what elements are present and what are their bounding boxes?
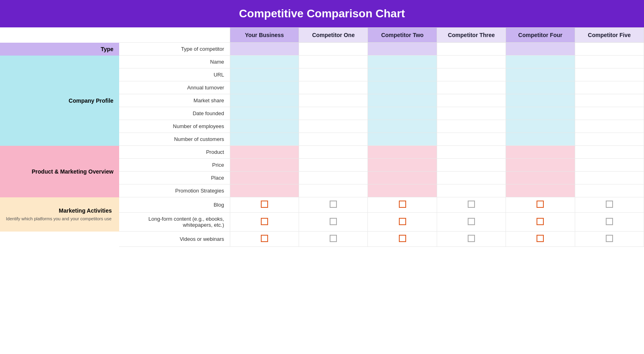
cell-customers-comp2[interactable] [368,133,437,146]
cell-blog-comp4[interactable] [506,197,575,213]
cell-price-comp1[interactable] [299,159,368,172]
cell-founded-your[interactable] [230,107,299,120]
checkbox-longform-comp5[interactable] [606,218,613,225]
cell-employees-comp2[interactable] [368,120,437,133]
cell-name-your[interactable] [230,56,299,68]
cell-blog-comp3[interactable] [437,197,506,213]
cell-promotion-your[interactable] [230,184,299,197]
cell-price-comp5[interactable] [575,159,644,172]
cell-url-comp5[interactable] [575,68,644,81]
checkbox-longform-comp1[interactable] [330,218,337,225]
cell-product-comp4[interactable] [506,146,575,159]
cell-product-comp2[interactable] [368,146,437,159]
cell-price-comp2[interactable] [368,159,437,172]
cell-type-comp2[interactable] [368,43,437,56]
cell-videos-comp4[interactable] [506,232,575,247]
cell-customers-comp4[interactable] [506,133,575,146]
cell-turnover-comp3[interactable] [437,81,506,94]
cell-name-comp3[interactable] [437,56,506,68]
checkbox-videos-comp2[interactable] [399,235,406,242]
cell-employees-comp3[interactable] [437,120,506,133]
cell-url-comp1[interactable] [299,68,368,81]
cell-type-comp3[interactable] [437,43,506,56]
cell-customers-comp1[interactable] [299,133,368,146]
cell-url-your[interactable] [230,68,299,81]
cell-url-comp4[interactable] [506,68,575,81]
cell-promotion-comp4[interactable] [506,184,575,197]
cell-longform-comp2[interactable] [368,213,437,232]
cell-videos-comp1[interactable] [299,232,368,247]
cell-founded-comp1[interactable] [299,107,368,120]
checkbox-blog-comp5[interactable] [606,201,613,208]
checkbox-longform-your[interactable] [261,218,268,225]
checkbox-videos-comp3[interactable] [468,235,475,242]
cell-employees-comp5[interactable] [575,120,644,133]
checkbox-videos-comp1[interactable] [330,235,337,242]
cell-place-comp4[interactable] [506,172,575,184]
cell-place-comp5[interactable] [575,172,644,184]
cell-type-your[interactable] [230,43,299,56]
cell-employees-comp1[interactable] [299,120,368,133]
cell-founded-comp5[interactable] [575,107,644,120]
cell-url-comp2[interactable] [368,68,437,81]
cell-name-comp2[interactable] [368,56,437,68]
cell-price-comp3[interactable] [437,159,506,172]
cell-longform-comp5[interactable] [575,213,644,232]
cell-blog-comp2[interactable] [368,197,437,213]
cell-place-comp1[interactable] [299,172,368,184]
cell-longform-your[interactable] [230,213,299,232]
cell-blog-comp5[interactable] [575,197,644,213]
checkbox-blog-comp4[interactable] [537,201,544,208]
cell-marketshare-comp2[interactable] [368,94,437,107]
cell-marketshare-comp1[interactable] [299,94,368,107]
cell-blog-comp1[interactable] [299,197,368,213]
cell-url-comp3[interactable] [437,68,506,81]
cell-blog-your[interactable] [230,197,299,213]
cell-turnover-comp2[interactable] [368,81,437,94]
cell-product-your[interactable] [230,146,299,159]
cell-marketshare-your[interactable] [230,94,299,107]
cell-name-comp1[interactable] [299,56,368,68]
cell-name-comp4[interactable] [506,56,575,68]
cell-type-comp1[interactable] [299,43,368,56]
cell-turnover-comp5[interactable] [575,81,644,94]
cell-employees-comp4[interactable] [506,120,575,133]
checkbox-videos-comp5[interactable] [606,235,613,242]
cell-videos-comp3[interactable] [437,232,506,247]
cell-longform-comp3[interactable] [437,213,506,232]
cell-promotion-comp5[interactable] [575,184,644,197]
cell-type-comp4[interactable] [506,43,575,56]
cell-place-comp3[interactable] [437,172,506,184]
cell-type-comp5[interactable] [575,43,644,56]
cell-product-comp5[interactable] [575,146,644,159]
cell-employees-your[interactable] [230,120,299,133]
cell-marketshare-comp4[interactable] [506,94,575,107]
checkbox-blog-your[interactable] [261,201,268,208]
cell-marketshare-comp3[interactable] [437,94,506,107]
cell-marketshare-comp5[interactable] [575,94,644,107]
cell-promotion-comp1[interactable] [299,184,368,197]
cell-videos-your[interactable] [230,232,299,247]
cell-longform-comp1[interactable] [299,213,368,232]
cell-customers-your[interactable] [230,133,299,146]
cell-product-comp3[interactable] [437,146,506,159]
checkbox-longform-comp2[interactable] [399,218,406,225]
cell-promotion-comp3[interactable] [437,184,506,197]
checkbox-longform-comp4[interactable] [537,218,544,225]
cell-customers-comp5[interactable] [575,133,644,146]
checkbox-blog-comp2[interactable] [399,201,406,208]
checkbox-longform-comp3[interactable] [468,218,475,225]
checkbox-blog-comp1[interactable] [330,201,337,208]
cell-price-comp4[interactable] [506,159,575,172]
cell-longform-comp4[interactable] [506,213,575,232]
cell-promotion-comp2[interactable] [368,184,437,197]
checkbox-videos-your[interactable] [261,235,268,242]
cell-place-comp2[interactable] [368,172,437,184]
cell-founded-comp4[interactable] [506,107,575,120]
cell-place-your[interactable] [230,172,299,184]
cell-founded-comp2[interactable] [368,107,437,120]
cell-product-comp1[interactable] [299,146,368,159]
cell-turnover-your[interactable] [230,81,299,94]
cell-customers-comp3[interactable] [437,133,506,146]
cell-price-your[interactable] [230,159,299,172]
